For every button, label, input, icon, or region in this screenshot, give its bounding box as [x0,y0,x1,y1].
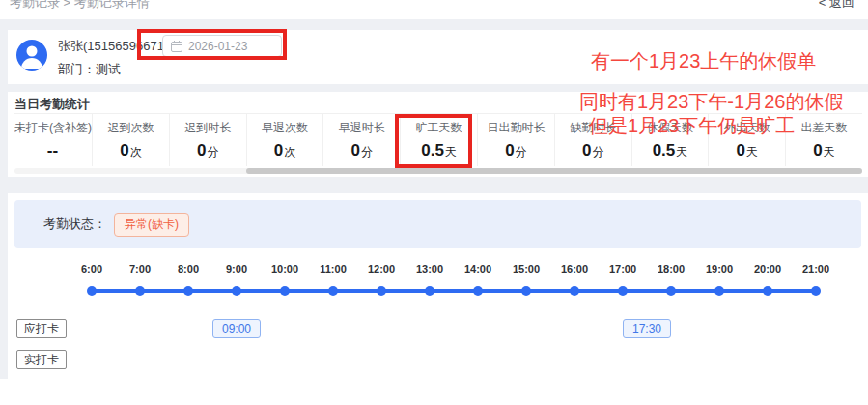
stat-cell: 迟到时长 0分 [170,114,247,166]
stat-value-number: 0 [197,141,206,159]
timeline-hour-label: 17:00 [609,263,636,278]
stat-value: -- [47,141,59,160]
stat-label: 迟到时长 [184,120,231,136]
stat-cell: 迟到次数 0次 [93,114,170,166]
breadcrumb[interactable]: 考勤记录 > 考勤记录详情 [10,0,150,13]
timeline-dot-icon [183,286,193,296]
timeline-hour: 18:00 [647,263,695,296]
timeline-hour: 14:00 [454,263,502,296]
timeline-dot-icon [811,286,821,296]
timeline-hour-label: 8:00 [178,263,199,278]
stat-cell: 早退次数 0次 [247,114,324,166]
timeline-dot-icon [714,286,724,296]
timeline-dot-icon [521,286,531,296]
timeline-hour-label: 19:00 [706,263,733,278]
timeline-hour: 12:00 [357,263,406,296]
stat-label: 早退时长 [339,120,385,136]
stat-value: 0天 [813,141,834,160]
timeline-hour: 7:00 [116,263,164,296]
stat-value: 0.5天 [653,141,688,160]
stat-value-number: 0 [274,141,283,159]
stat-value-number: 0 [505,141,514,159]
timeline-dot-icon [87,286,97,296]
stat-value: 0次 [120,141,141,160]
user-icon [16,40,47,71]
horizontal-scrollbar-thumb[interactable] [246,168,862,174]
expected-punch-tags: 09:00 17:30 [8,319,868,338]
timeline-hour: 19:00 [695,263,743,296]
punch-time-tag: 09:00 [212,319,261,338]
timeline-dot-icon [377,286,386,296]
timeline-hour: 15:00 [502,263,550,296]
actual-punch-tags [8,350,868,369]
stat-value-number: 0 [120,141,128,159]
back-button[interactable]: < 返回 [819,0,854,13]
timeline-hour-label: 14:00 [464,263,491,278]
attendance-status-card: 考勤状态： 异常(缺卡) 6:00 7:00 [8,193,868,379]
avatar [16,40,47,71]
stat-value-unit: 天 [746,145,758,159]
status-badge: 异常(缺卡) [114,213,189,237]
stat-label: 未打卡(含补签) [14,120,92,136]
stat-value-unit: 天 [676,145,687,159]
stat-cell: 日出勤时长 0分 [478,114,555,166]
stat-value-number: 0 [582,141,591,159]
timeline-hour-label: 6:00 [81,263,102,278]
timeline-hour-label: 16:00 [561,263,588,278]
timeline-hour: 17:00 [599,263,647,296]
timeline-dot-icon [473,286,483,296]
left-gutter [0,19,8,379]
timeline-hour-label: 15:00 [513,263,540,278]
timeline-hour-label: 11:00 [320,263,347,278]
timeline-hour-label: 7:00 [129,263,151,278]
status-label: 考勤状态： [43,216,106,233]
stat-value: 0分 [505,141,526,160]
annotation-box-date [137,29,287,60]
stat-value-number: -- [47,141,58,159]
stat-cell: 早退时长 0分 [323,114,401,166]
timeline-dot-icon [570,286,579,296]
timeline-hours: 6:00 7:00 8:00 9:00 [68,263,840,296]
stat-value-unit: 天 [824,145,835,159]
stat-cell: 出差天数 0天 [786,114,862,166]
stats-section-title: 当日考勤统计 [14,96,90,113]
stat-value-unit: 次 [130,145,142,159]
stat-value: 0分 [351,141,373,160]
stat-value-unit: 分 [592,145,603,159]
stat-value-number: 0.5 [653,141,676,159]
stat-value: 0天 [737,141,758,160]
timeline-hour: 16:00 [550,263,599,296]
timeline-dot-icon [666,286,676,296]
annotation-note-2: 同时有1月23下午-1月26的休假 [579,89,843,115]
stat-value-unit: 次 [284,145,295,159]
timeline-hour-label: 18:00 [658,263,685,278]
annotation-box-absent-days [395,114,472,168]
timeline-dot-icon [232,286,241,296]
stat-value: 0分 [582,141,603,160]
timeline-hour: 20:00 [743,263,792,296]
punch-time-tag: 17:30 [623,319,671,338]
stat-label: 出差天数 [801,120,848,136]
user-department: 部门：测试 [58,61,121,78]
timeline-hour: 8:00 [164,263,212,296]
stat-label: 早退次数 [262,120,308,136]
stat-value-number: 0 [813,141,822,159]
timeline-hour-label: 20:00 [754,263,781,278]
timeline-hour-label: 10:00 [271,263,298,278]
horizontal-scrollbar-track [14,168,862,174]
timeline-dot-icon [280,286,290,296]
section-divider [8,177,868,193]
annotation-note-1: 有一个1月23上午的休假单 [591,48,816,74]
timeline-dot-icon [425,286,434,296]
timeline-hour-label: 21:00 [802,263,829,278]
timeline-hour: 10:00 [261,263,309,296]
status-panel: 考勤状态： 异常(缺卡) [14,200,861,248]
timeline-hour-label: 13:00 [416,263,443,278]
stat-value: 0次 [274,141,295,160]
punch-time-text: 09:00 [222,322,251,335]
punch-timeline: 6:00 7:00 8:00 9:00 [68,263,840,298]
stat-value-unit: 分 [207,145,218,159]
timeline-hour: 21:00 [792,263,840,296]
stat-cell: 未打卡(含补签) -- [14,114,93,166]
timeline-hour: 11:00 [309,263,357,296]
